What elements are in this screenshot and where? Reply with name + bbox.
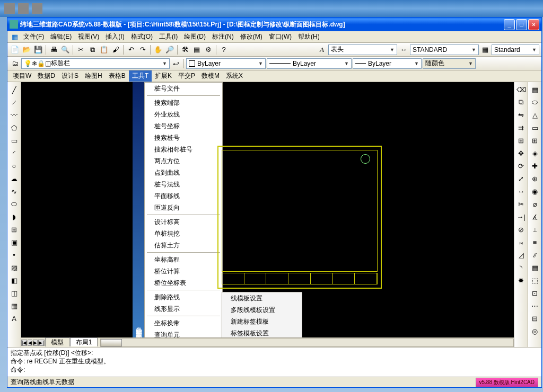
revcloud-icon[interactable]: ☁ [9, 173, 20, 184]
pan-icon[interactable]: ✋ [153, 44, 163, 55]
dropdown-item[interactable]: 平面移线 [145, 190, 222, 202]
rtool-icon[interactable]: ▦ [530, 262, 540, 273]
submenu-item[interactable]: 线模板设置 [222, 292, 302, 304]
dropdown-item[interactable]: 桩号文件 [145, 83, 222, 94]
props-icon[interactable]: 🛠 [180, 44, 190, 55]
dimstyle-combo[interactable]: STANDARD▼ [410, 44, 479, 55]
tablestyle-combo[interactable]: Standard▼ [492, 44, 539, 55]
rtool-icon[interactable]: ◎ [530, 326, 540, 336]
app-menu-item[interactable]: 数模M [198, 70, 223, 82]
designcenter-icon[interactable]: ▤ [191, 44, 202, 55]
offset-icon[interactable]: ⇉ [516, 122, 527, 133]
hscrollbar-thumb[interactable] [101, 339, 122, 346]
menu-item[interactable]: 窗口(W) [266, 31, 295, 42]
tab-nav-button[interactable]: ▶ [33, 340, 38, 346]
rtool-icon[interactable]: ⊕ [530, 173, 540, 184]
new-icon[interactable]: 📄 [10, 44, 20, 55]
dropdown-item[interactable]: 点到曲线 [145, 167, 222, 179]
dropdown-item[interactable]: 单桩填挖 [145, 228, 222, 239]
mirror-icon[interactable]: ⇋ [516, 110, 527, 120]
dimstyle-icon[interactable]: ↔ [398, 44, 409, 55]
menu-item[interactable]: 插入(I) [102, 31, 127, 42]
preview-icon[interactable]: 🔍 [60, 44, 71, 55]
dropdown-item[interactable]: 搜索相邻桩号 [145, 144, 222, 155]
match-icon[interactable]: 🖌 [110, 44, 121, 55]
tool-icon[interactable]: ⚙ [203, 44, 214, 55]
move-icon[interactable]: ✥ [516, 148, 527, 158]
redo-icon[interactable]: ↷ [137, 44, 148, 55]
arc-icon[interactable]: ◜ [9, 148, 20, 158]
submenu-item[interactable]: 多段线模板设置 [222, 304, 302, 316]
rtool-icon[interactable]: ✚ [530, 161, 540, 171]
app-menu-item[interactable]: 表格B [106, 70, 129, 82]
rtool-icon[interactable]: ⊟ [530, 313, 540, 324]
rectangle-icon[interactable]: ▭ [9, 135, 20, 146]
taskbar-icon[interactable] [32, 3, 42, 14]
polygon-icon[interactable]: ⬠ [9, 122, 20, 133]
open-icon[interactable]: 📂 [21, 44, 32, 55]
print-icon[interactable]: 🖶 [48, 44, 59, 55]
scale-icon[interactable]: ⤢ [516, 173, 527, 184]
extend-icon[interactable]: →| [516, 211, 527, 222]
app-menu-item[interactable]: 平交P [175, 70, 198, 82]
menu-item[interactable]: 格式(O) [128, 31, 156, 42]
layer-prev-icon[interactable]: ⮐ [171, 58, 181, 69]
array-icon[interactable]: ⊞ [516, 135, 527, 146]
table-icon[interactable]: ▦ [9, 300, 20, 311]
save-icon[interactable]: 💾 [33, 44, 43, 55]
dropdown-item[interactable]: 删除路线 [145, 291, 222, 303]
block-icon[interactable]: ▣ [9, 237, 20, 247]
rtool-icon[interactable]: ≡ [530, 237, 540, 247]
trim-icon[interactable]: ✂ [516, 199, 527, 209]
maximize-button[interactable]: □ [516, 19, 527, 30]
gradient-icon[interactable]: ◧ [9, 275, 20, 286]
point-icon[interactable]: • [9, 250, 20, 260]
app-menu-item[interactable]: 工具T [129, 70, 152, 82]
dropdown-item[interactable]: 两点方位 [145, 155, 222, 167]
dropdown-item[interactable]: 设计标高 [145, 216, 222, 228]
submenu-item[interactable]: 新建标签模板 [222, 316, 302, 327]
taskbar-icon[interactable] [18, 3, 29, 14]
menu-item[interactable]: 文件(F) [20, 31, 47, 42]
zoom-icon[interactable]: 🔎 [164, 44, 175, 55]
dropdown-item[interactable]: 查询单元 [145, 329, 222, 337]
color-combo[interactable]: ByLayer▼ [186, 58, 266, 69]
dropdown-item[interactable]: 估算土方 [145, 239, 222, 251]
ellipse-icon[interactable]: ⬭ [9, 199, 20, 209]
hscrollbar[interactable] [100, 338, 514, 347]
menu-item[interactable]: 修改(M) [237, 31, 266, 42]
menu-item[interactable]: 工具(I) [156, 31, 181, 42]
lineweight-combo[interactable]: ByLayer▼ [353, 58, 422, 69]
rtool-icon[interactable]: ⊞ [530, 135, 540, 146]
hatch-icon[interactable]: ▨ [9, 262, 20, 273]
tab-nav-button[interactable]: |◀ [21, 340, 27, 346]
layers-icon[interactable]: 🗂 [10, 58, 20, 69]
rtool-icon[interactable]: ◈ [530, 148, 540, 158]
chamfer-icon[interactable]: ◿ [516, 250, 527, 260]
join-icon[interactable]: ⨝ [516, 237, 527, 247]
layer-combo[interactable]: 💡❄🔒◫ 标题栏▼ [21, 58, 170, 69]
app-menu-item[interactable]: 绘图H [82, 70, 106, 82]
paste-icon[interactable]: 📋 [99, 44, 109, 55]
taskbar-icon[interactable] [4, 3, 15, 14]
break-icon[interactable]: ⊘ [516, 224, 527, 235]
layout-tab[interactable]: 模型 [45, 337, 69, 346]
plotstyle-combo[interactable]: 随颜色▼ [423, 58, 476, 69]
menu-item[interactable]: 绘图(D) [181, 31, 209, 42]
app-menu-item[interactable]: 系统X [223, 70, 246, 82]
rtool-icon[interactable]: ⬚ [530, 275, 540, 286]
help-icon[interactable]: ? [218, 44, 229, 55]
undo-icon[interactable]: ↶ [126, 44, 136, 55]
command-line[interactable]: 指定基点或 [位移(D)] <位移>: 命令: re REGEN 正在重生成模型… [7, 347, 541, 377]
cut-icon[interactable]: ✂ [75, 44, 86, 55]
rtool-icon[interactable]: ⌀ [530, 199, 540, 209]
text-icon[interactable]: A [9, 313, 20, 324]
rtool-icon[interactable]: ▦ [530, 84, 540, 95]
dropdown-item[interactable]: 线形显示 [145, 303, 222, 315]
ellipsearc-icon[interactable]: ◗ [9, 211, 20, 222]
textstyle-icon[interactable]: A [317, 44, 327, 55]
rtool-icon[interactable]: ∡ [530, 211, 540, 222]
copy2-icon[interactable]: ⧉ [516, 97, 527, 108]
rtool-icon[interactable]: ◉ [530, 186, 540, 197]
tab-nav-button[interactable]: ▶| [38, 340, 44, 346]
